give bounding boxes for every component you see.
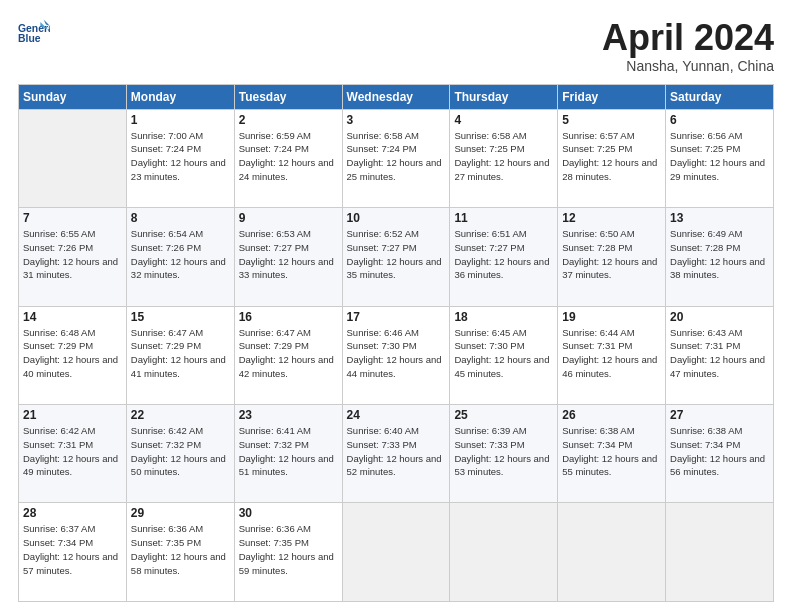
- calendar-cell: 8Sunrise: 6:54 AMSunset: 7:26 PMDaylight…: [126, 208, 234, 306]
- day-info: Sunrise: 6:36 AMSunset: 7:35 PMDaylight:…: [239, 522, 338, 577]
- day-number: 24: [347, 408, 446, 422]
- day-number: 16: [239, 310, 338, 324]
- day-info: Sunrise: 6:42 AMSunset: 7:31 PMDaylight:…: [23, 424, 122, 479]
- calendar-cell: 18Sunrise: 6:45 AMSunset: 7:30 PMDayligh…: [450, 306, 558, 404]
- location-subtitle: Nansha, Yunnan, China: [602, 58, 774, 74]
- day-info: Sunrise: 6:58 AMSunset: 7:24 PMDaylight:…: [347, 129, 446, 184]
- day-number: 15: [131, 310, 230, 324]
- day-number: 19: [562, 310, 661, 324]
- day-info: Sunrise: 6:46 AMSunset: 7:30 PMDaylight:…: [347, 326, 446, 381]
- day-info: Sunrise: 6:42 AMSunset: 7:32 PMDaylight:…: [131, 424, 230, 479]
- day-number: 23: [239, 408, 338, 422]
- calendar-cell: 7Sunrise: 6:55 AMSunset: 7:26 PMDaylight…: [19, 208, 127, 306]
- col-header-friday: Friday: [558, 84, 666, 109]
- header: General Blue April 2024 Nansha, Yunnan, …: [18, 18, 774, 74]
- day-info: Sunrise: 6:55 AMSunset: 7:26 PMDaylight:…: [23, 227, 122, 282]
- day-number: 4: [454, 113, 553, 127]
- calendar-cell: 22Sunrise: 6:42 AMSunset: 7:32 PMDayligh…: [126, 405, 234, 503]
- day-info: Sunrise: 6:59 AMSunset: 7:24 PMDaylight:…: [239, 129, 338, 184]
- calendar-cell: 13Sunrise: 6:49 AMSunset: 7:28 PMDayligh…: [666, 208, 774, 306]
- day-number: 14: [23, 310, 122, 324]
- day-info: Sunrise: 6:41 AMSunset: 7:32 PMDaylight:…: [239, 424, 338, 479]
- calendar-cell: 21Sunrise: 6:42 AMSunset: 7:31 PMDayligh…: [19, 405, 127, 503]
- day-info: Sunrise: 6:56 AMSunset: 7:25 PMDaylight:…: [670, 129, 769, 184]
- calendar-cell: 1Sunrise: 7:00 AMSunset: 7:24 PMDaylight…: [126, 109, 234, 207]
- day-info: Sunrise: 6:45 AMSunset: 7:30 PMDaylight:…: [454, 326, 553, 381]
- col-header-sunday: Sunday: [19, 84, 127, 109]
- day-info: Sunrise: 6:58 AMSunset: 7:25 PMDaylight:…: [454, 129, 553, 184]
- day-info: Sunrise: 6:36 AMSunset: 7:35 PMDaylight:…: [131, 522, 230, 577]
- calendar-cell: [450, 503, 558, 602]
- calendar-cell: 20Sunrise: 6:43 AMSunset: 7:31 PMDayligh…: [666, 306, 774, 404]
- calendar-cell: [342, 503, 450, 602]
- day-number: 18: [454, 310, 553, 324]
- day-number: 26: [562, 408, 661, 422]
- day-number: 13: [670, 211, 769, 225]
- day-info: Sunrise: 6:52 AMSunset: 7:27 PMDaylight:…: [347, 227, 446, 282]
- day-info: Sunrise: 7:00 AMSunset: 7:24 PMDaylight:…: [131, 129, 230, 184]
- calendar-cell: 30Sunrise: 6:36 AMSunset: 7:35 PMDayligh…: [234, 503, 342, 602]
- calendar-cell: 16Sunrise: 6:47 AMSunset: 7:29 PMDayligh…: [234, 306, 342, 404]
- col-header-monday: Monday: [126, 84, 234, 109]
- calendar-cell: 19Sunrise: 6:44 AMSunset: 7:31 PMDayligh…: [558, 306, 666, 404]
- day-number: 7: [23, 211, 122, 225]
- calendar-cell: 14Sunrise: 6:48 AMSunset: 7:29 PMDayligh…: [19, 306, 127, 404]
- calendar-cell: 25Sunrise: 6:39 AMSunset: 7:33 PMDayligh…: [450, 405, 558, 503]
- page: General Blue April 2024 Nansha, Yunnan, …: [0, 0, 792, 612]
- day-info: Sunrise: 6:54 AMSunset: 7:26 PMDaylight:…: [131, 227, 230, 282]
- col-header-saturday: Saturday: [666, 84, 774, 109]
- day-info: Sunrise: 6:48 AMSunset: 7:29 PMDaylight:…: [23, 326, 122, 381]
- col-header-tuesday: Tuesday: [234, 84, 342, 109]
- day-info: Sunrise: 6:40 AMSunset: 7:33 PMDaylight:…: [347, 424, 446, 479]
- calendar-cell: 4Sunrise: 6:58 AMSunset: 7:25 PMDaylight…: [450, 109, 558, 207]
- col-header-thursday: Thursday: [450, 84, 558, 109]
- day-info: Sunrise: 6:43 AMSunset: 7:31 PMDaylight:…: [670, 326, 769, 381]
- day-info: Sunrise: 6:47 AMSunset: 7:29 PMDaylight:…: [239, 326, 338, 381]
- month-title: April 2024: [602, 18, 774, 58]
- calendar-cell: 12Sunrise: 6:50 AMSunset: 7:28 PMDayligh…: [558, 208, 666, 306]
- day-number: 3: [347, 113, 446, 127]
- calendar-cell: [666, 503, 774, 602]
- calendar-cell: [19, 109, 127, 207]
- day-info: Sunrise: 6:49 AMSunset: 7:28 PMDaylight:…: [670, 227, 769, 282]
- day-number: 21: [23, 408, 122, 422]
- day-number: 11: [454, 211, 553, 225]
- day-number: 9: [239, 211, 338, 225]
- calendar-cell: 26Sunrise: 6:38 AMSunset: 7:34 PMDayligh…: [558, 405, 666, 503]
- day-info: Sunrise: 6:38 AMSunset: 7:34 PMDaylight:…: [670, 424, 769, 479]
- day-number: 30: [239, 506, 338, 520]
- day-number: 20: [670, 310, 769, 324]
- day-info: Sunrise: 6:38 AMSunset: 7:34 PMDaylight:…: [562, 424, 661, 479]
- title-block: April 2024 Nansha, Yunnan, China: [602, 18, 774, 74]
- calendar-cell: 28Sunrise: 6:37 AMSunset: 7:34 PMDayligh…: [19, 503, 127, 602]
- calendar-cell: 23Sunrise: 6:41 AMSunset: 7:32 PMDayligh…: [234, 405, 342, 503]
- day-number: 8: [131, 211, 230, 225]
- day-info: Sunrise: 6:57 AMSunset: 7:25 PMDaylight:…: [562, 129, 661, 184]
- svg-text:Blue: Blue: [18, 33, 41, 44]
- day-number: 28: [23, 506, 122, 520]
- day-info: Sunrise: 6:47 AMSunset: 7:29 PMDaylight:…: [131, 326, 230, 381]
- day-number: 5: [562, 113, 661, 127]
- day-number: 12: [562, 211, 661, 225]
- calendar-cell: 10Sunrise: 6:52 AMSunset: 7:27 PMDayligh…: [342, 208, 450, 306]
- day-number: 2: [239, 113, 338, 127]
- day-info: Sunrise: 6:50 AMSunset: 7:28 PMDaylight:…: [562, 227, 661, 282]
- col-header-wednesday: Wednesday: [342, 84, 450, 109]
- day-info: Sunrise: 6:51 AMSunset: 7:27 PMDaylight:…: [454, 227, 553, 282]
- calendar-cell: 24Sunrise: 6:40 AMSunset: 7:33 PMDayligh…: [342, 405, 450, 503]
- calendar-table: SundayMondayTuesdayWednesdayThursdayFrid…: [18, 84, 774, 602]
- day-info: Sunrise: 6:44 AMSunset: 7:31 PMDaylight:…: [562, 326, 661, 381]
- calendar-cell: 2Sunrise: 6:59 AMSunset: 7:24 PMDaylight…: [234, 109, 342, 207]
- calendar-cell: 17Sunrise: 6:46 AMSunset: 7:30 PMDayligh…: [342, 306, 450, 404]
- calendar-cell: 5Sunrise: 6:57 AMSunset: 7:25 PMDaylight…: [558, 109, 666, 207]
- day-info: Sunrise: 6:39 AMSunset: 7:33 PMDaylight:…: [454, 424, 553, 479]
- day-number: 29: [131, 506, 230, 520]
- logo: General Blue: [18, 18, 50, 50]
- calendar-cell: 3Sunrise: 6:58 AMSunset: 7:24 PMDaylight…: [342, 109, 450, 207]
- day-number: 6: [670, 113, 769, 127]
- calendar-cell: 9Sunrise: 6:53 AMSunset: 7:27 PMDaylight…: [234, 208, 342, 306]
- logo-icon: General Blue: [18, 18, 50, 50]
- day-info: Sunrise: 6:37 AMSunset: 7:34 PMDaylight:…: [23, 522, 122, 577]
- day-number: 10: [347, 211, 446, 225]
- day-number: 27: [670, 408, 769, 422]
